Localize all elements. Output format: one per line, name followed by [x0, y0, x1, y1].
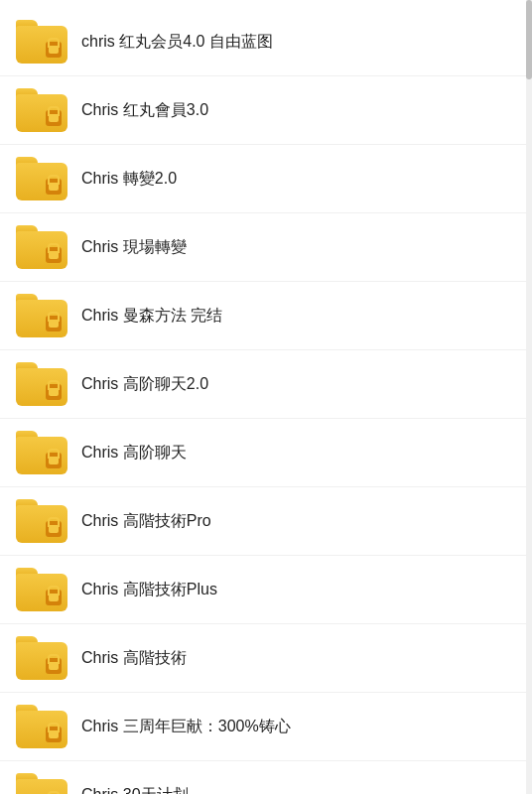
lock-body — [49, 183, 59, 191]
folder-item[interactable]: Chris 三周年巨献：300%铸心 — [0, 693, 532, 761]
folder-item[interactable]: Chris 轉變2.0 — [0, 145, 532, 213]
folder-label: Chris 現場轉變 — [81, 236, 187, 258]
folder-body — [16, 779, 67, 794]
folder-lock-icon — [46, 384, 62, 400]
folder-label: Chris 曼森方法 完结 — [81, 305, 222, 327]
folder-lock-icon — [46, 727, 62, 742]
folder-item[interactable]: Chris 高階技術Pro — [0, 487, 532, 556]
folder-icon — [16, 636, 67, 680]
folder-body — [16, 368, 67, 406]
folder-lock-icon — [46, 453, 62, 468]
folder-item[interactable]: Chris 高阶聊天 — [0, 419, 532, 487]
folder-body — [16, 94, 67, 132]
folder-body — [16, 26, 67, 64]
lock-body — [49, 525, 59, 533]
folder-label: Chris 轉變2.0 — [81, 168, 177, 190]
lock-body — [49, 114, 59, 122]
folder-body — [16, 505, 67, 543]
folder-label: Chris 高階技術Plus — [81, 579, 217, 600]
folder-icon — [16, 225, 67, 269]
folder-item[interactable]: Chris 高階技術 — [0, 624, 532, 693]
folder-label: Chris 高階技術 — [81, 647, 187, 669]
folder-lock-icon — [46, 110, 62, 126]
folder-body — [16, 437, 67, 474]
folder-icon — [16, 773, 67, 794]
folder-item[interactable]: chris 红丸会员4.0 自由蓝图 — [0, 8, 532, 76]
folder-lock-icon — [46, 179, 62, 195]
folder-body — [16, 642, 67, 680]
folder-label: Chris 高阶聊天2.0 — [81, 373, 208, 395]
folder-item[interactable]: Chris 高階技術Plus — [0, 556, 532, 624]
folder-icon — [16, 499, 67, 543]
folder-icon — [16, 20, 67, 64]
folder-label: chris 红丸会员4.0 自由蓝图 — [81, 31, 273, 53]
folder-lock-icon — [46, 590, 62, 605]
lock-body — [49, 457, 59, 464]
folder-item[interactable]: Chris 曼森方法 完结 — [0, 282, 532, 350]
folder-icon — [16, 294, 67, 337]
folder-body — [16, 574, 67, 611]
lock-body — [49, 662, 59, 670]
folder-label: Chris 红丸會員3.0 — [81, 99, 208, 121]
folder-item[interactable]: Chris 現場轉變 — [0, 213, 532, 282]
folder-label: Chris 30天计划 — [81, 784, 189, 794]
folder-item[interactable]: Chris 红丸會員3.0 — [0, 76, 532, 145]
folder-icon — [16, 157, 67, 200]
folder-label: Chris 高階技術Pro — [81, 510, 211, 532]
folder-icon — [16, 705, 67, 748]
folder-lock-icon — [46, 247, 62, 263]
lock-body — [49, 320, 59, 328]
folder-list: chris 红丸会员4.0 自由蓝图 Chris 红丸會員3.0 — [0, 0, 532, 794]
folder-body — [16, 300, 67, 337]
folder-lock-icon — [46, 42, 62, 58]
lock-body — [49, 730, 59, 738]
lock-body — [49, 594, 59, 601]
lock-body — [49, 46, 59, 54]
folder-body — [16, 163, 67, 200]
folder-icon — [16, 362, 67, 406]
scrollbar-thumb[interactable] — [526, 0, 532, 79]
folder-label: Chris 三周年巨献：300%铸心 — [81, 716, 291, 737]
folder-item[interactable]: Chris 高阶聊天2.0 — [0, 350, 532, 419]
folder-icon — [16, 88, 67, 132]
folder-icon — [16, 431, 67, 474]
folder-label: Chris 高阶聊天 — [81, 442, 187, 463]
folder-lock-icon — [46, 658, 62, 674]
folder-item[interactable]: Chris 30天计划 — [0, 761, 532, 794]
folder-lock-icon — [46, 521, 62, 537]
folder-body — [16, 711, 67, 748]
scrollbar-track[interactable] — [526, 0, 532, 794]
folder-body — [16, 231, 67, 269]
lock-body — [49, 388, 59, 396]
folder-icon — [16, 568, 67, 611]
folder-lock-icon — [46, 316, 62, 331]
lock-body — [49, 251, 59, 259]
